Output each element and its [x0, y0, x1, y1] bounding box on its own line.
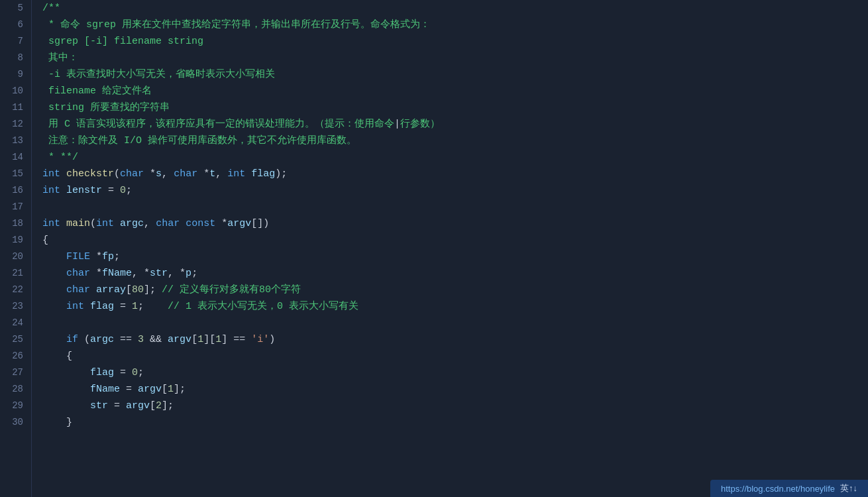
code-line-15: int checkstr(char *s, char *t, int flag)… [42, 166, 868, 182]
code-line-6: * 命令 sgrep 用来在文件中查找给定字符串，并输出串所在行及行号。命令格式… [42, 17, 868, 33]
ln-5: 5 [5, 0, 23, 17]
footer-label: 英↑↓ [840, 482, 857, 494]
code-line-19: { [42, 232, 868, 248]
ln-11: 11 [5, 99, 23, 116]
ln-25: 25 [5, 331, 23, 348]
ln-16: 16 [5, 182, 23, 199]
code-content[interactable]: /** * 命令 sgrep 用来在文件中查找给定字符串，并输出串所在行及行号。… [32, 0, 868, 497]
code-line-24 [42, 315, 868, 331]
ln-21: 21 [5, 265, 23, 282]
code-line-7: sgrep [-i] filename string [42, 33, 868, 50]
ln-10: 10 [5, 83, 23, 99]
ln-9: 9 [5, 66, 23, 83]
ln-23: 23 [5, 298, 23, 315]
ln-22: 22 [5, 282, 23, 298]
ln-14: 14 [5, 149, 23, 166]
code-line-25: if (argc == 3 && argv[1][1] == 'i') [42, 331, 868, 348]
line-numbers: 5 6 7 8 9 10 11 12 13 14 15 16 17 18 19 … [0, 0, 32, 497]
ln-26: 26 [5, 348, 23, 364]
code-line-29: str = argv[2]; [42, 398, 868, 414]
ln-13: 13 [5, 133, 23, 149]
code-line-10: filename 给定文件名 [42, 83, 868, 99]
code-line-9: -i 表示查找时大小写无关，省略时表示大小写相关 [42, 66, 868, 83]
code-area: 5 6 7 8 9 10 11 12 13 14 15 16 17 18 19 … [0, 0, 868, 497]
ln-17: 17 [5, 199, 23, 215]
ln-6: 6 [5, 17, 23, 33]
ln-12: 12 [5, 116, 23, 133]
code-line-26: { [42, 348, 868, 364]
ln-18: 18 [5, 215, 23, 232]
code-line-11: string 所要查找的字符串 [42, 99, 868, 116]
code-line-20: FILE *fp; [42, 248, 868, 265]
ln-15: 15 [5, 166, 23, 182]
code-line-30: } [42, 414, 868, 431]
code-line-16: int lenstr = 0; [42, 182, 868, 199]
ln-27: 27 [5, 364, 23, 381]
ln-28: 28 [5, 381, 23, 398]
code-line-14: * **/ [42, 149, 868, 166]
ln-8: 8 [5, 50, 23, 66]
code-editor: 5 6 7 8 9 10 11 12 13 14 15 16 17 18 19 … [0, 0, 868, 497]
code-line-27: flag = 0; [42, 364, 868, 381]
footer-bar: https://blog.csdn.net/honeylife 英↑↓ [710, 480, 868, 497]
ln-19: 19 [5, 232, 23, 248]
ln-30: 30 [5, 414, 23, 431]
code-line-8: 其中： [42, 50, 868, 66]
code-line-5: /** [42, 0, 868, 17]
code-line-28: fName = argv[1]; [42, 381, 868, 398]
ln-29: 29 [5, 398, 23, 414]
code-line-13: 注意：除文件及 I/O 操作可使用库函数外，其它不允许使用库函数。 [42, 133, 868, 149]
code-line-18: int main(int argc, char const *argv[]) [42, 215, 868, 232]
code-line-12: 用 C 语言实现该程序，该程序应具有一定的错误处理能力。（提示：使用命令|行参数… [42, 116, 868, 133]
ln-24: 24 [5, 315, 23, 331]
footer-url[interactable]: https://blog.csdn.net/honeylife [721, 484, 835, 494]
ln-7: 7 [5, 33, 23, 50]
code-line-17 [42, 199, 868, 215]
ln-20: 20 [5, 248, 23, 265]
code-line-23: int flag = 1; // 1 表示大小写无关，0 表示大小写有关 [42, 298, 868, 315]
code-line-22: char array[80]; // 定义每行对多就有80个字符 [42, 282, 868, 298]
code-line-21: char *fName, *str, *p; [42, 265, 868, 282]
